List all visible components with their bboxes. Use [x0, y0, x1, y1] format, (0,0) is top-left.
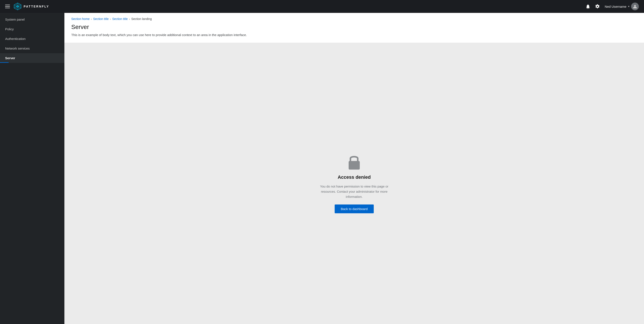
logo[interactable]: PATTERNFLY: [14, 2, 49, 10]
gear-button[interactable]: [595, 4, 600, 8]
access-denied-title: Access denied: [338, 174, 371, 180]
breadcrumb-section-title-1[interactable]: Section title: [93, 17, 108, 20]
bell-button[interactable]: [586, 4, 590, 9]
breadcrumb-sep-2: ›: [110, 17, 111, 20]
sidebar-item-policy[interactable]: Policy: [0, 24, 64, 34]
sidebar-item-label: System panel: [5, 17, 25, 21]
sidebar-item-server[interactable]: Server: [0, 53, 64, 63]
lock-icon: [346, 153, 362, 171]
topnav-actions: Ned Username ▾: [586, 2, 639, 10]
sidebar-item-label: Network services: [5, 46, 30, 50]
username-label: Ned Username: [605, 5, 626, 8]
svg-marker-2: [16, 5, 19, 8]
svg-rect-10: [348, 161, 360, 170]
user-chevron-icon: ▾: [628, 5, 630, 8]
user-menu[interactable]: Ned Username ▾: [605, 2, 639, 10]
breadcrumb-current: Section landing: [131, 17, 152, 20]
hamburger-menu[interactable]: [5, 5, 10, 8]
sidebar-item-label: Policy: [5, 27, 14, 31]
sidebar-item-label: Authentication: [5, 37, 26, 40]
access-denied-description: You do not have permission to view this …: [314, 184, 395, 199]
back-to-dashboard-button[interactable]: Back to dashboard: [335, 205, 374, 213]
breadcrumb: Section home › Section title › Section t…: [71, 17, 637, 20]
breadcrumb-section-home[interactable]: Section home: [71, 17, 90, 20]
access-denied-card: Access denied You do not have permission…: [306, 143, 402, 224]
sidebar-item-network-services[interactable]: Network services: [0, 43, 64, 53]
sidebar-item-label: Server: [5, 56, 15, 60]
sidebar-item-authentication[interactable]: Authentication: [0, 34, 64, 43]
breadcrumb-sep-3: ›: [129, 17, 130, 20]
page-header: Section home › Section title › Section t…: [64, 13, 644, 43]
sidebar: System panel Policy Authentication Netwo…: [0, 13, 64, 324]
bell-icon: [586, 4, 590, 9]
page-title: Server: [71, 23, 637, 30]
top-navigation: PATTERNFLY Ned Username ▾: [0, 0, 644, 13]
main-content: Section home › Section title › Section t…: [64, 13, 644, 324]
avatar: [631, 2, 639, 10]
svg-point-9: [634, 5, 636, 7]
logo-text: PATTERNFLY: [24, 5, 49, 8]
access-denied-area: Access denied You do not have permission…: [64, 43, 644, 324]
breadcrumb-section-title-2[interactable]: Section title: [112, 17, 128, 20]
avatar-icon: [632, 4, 637, 9]
sidebar-item-system-panel[interactable]: System panel: [0, 14, 64, 24]
gear-icon: [595, 4, 600, 8]
patternfly-logo-icon: [14, 2, 22, 10]
breadcrumb-sep-1: ›: [91, 17, 92, 20]
page-description: This is an example of body text, which y…: [71, 33, 637, 37]
